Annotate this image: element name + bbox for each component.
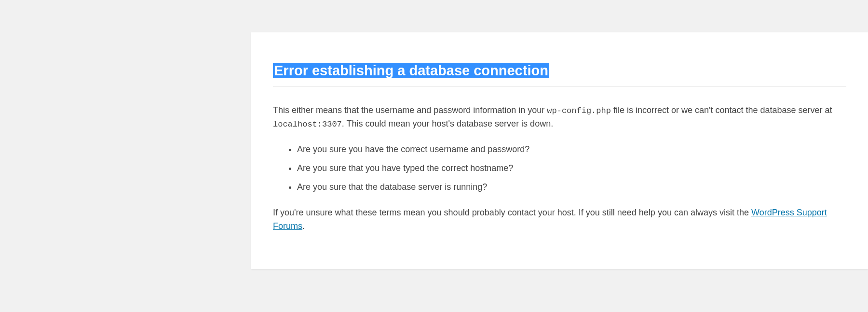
intro-text-2: file is incorrect or we can't contact th…: [611, 105, 832, 115]
intro-text-3: . This could mean your host's database s…: [342, 119, 553, 128]
list-item: Are you sure that you have typed the cor…: [297, 162, 846, 175]
help-text-2: .: [302, 221, 305, 231]
help-text-1: If you're unsure what these terms mean y…: [273, 208, 751, 217]
intro-paragraph: This either means that the username and …: [273, 104, 846, 131]
list-item: Are you sure you have the correct userna…: [297, 143, 846, 156]
intro-text-1: This either means that the username and …: [273, 105, 547, 115]
error-heading: Error establishing a database connection: [273, 63, 549, 78]
checklist: Are you sure you have the correct userna…: [273, 143, 846, 194]
heading-wrapper: Error establishing a database connection: [273, 47, 846, 86]
db-host-code: localhost:3307: [273, 120, 342, 129]
help-paragraph: If you're unsure what these terms mean y…: [273, 206, 846, 233]
list-item: Are you sure that the database server is…: [297, 181, 846, 194]
error-page-container: Error establishing a database connection…: [251, 32, 868, 269]
config-file-code: wp-config.php: [547, 106, 611, 115]
